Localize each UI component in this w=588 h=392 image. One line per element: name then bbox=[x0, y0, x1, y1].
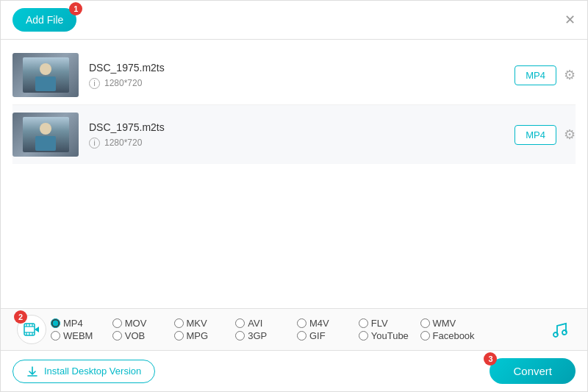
format-flv[interactable]: FLV bbox=[359, 318, 420, 329]
add-file-badge: 1 bbox=[69, 2, 82, 15]
file-name: DSC_1975.m2ts bbox=[89, 121, 514, 133]
format-bar: 2 MP4 MOV MKV AVI M4V FLV WM bbox=[1, 308, 587, 391]
file-resolution: 1280*720 bbox=[104, 138, 142, 148]
film-icon bbox=[24, 321, 40, 338]
file-list: DSC_1975.m2ts i 1280*720 MP4 ⚙ DSC_1975.… bbox=[1, 40, 587, 170]
add-file-button[interactable]: Add File 1 bbox=[12, 8, 76, 32]
format-gif[interactable]: GIF bbox=[297, 330, 359, 341]
file-info: DSC_1975.m2ts i 1280*720 bbox=[79, 62, 514, 89]
format-mov[interactable]: MOV bbox=[112, 318, 174, 329]
format-radio-grid: MP4 MOV MKV AVI M4V FLV WMV bbox=[51, 313, 543, 346]
footer-bar: Install Desktop Version 3 Convert bbox=[1, 351, 587, 391]
music-icon bbox=[550, 320, 569, 339]
file-resolution: 1280*720 bbox=[104, 78, 142, 88]
file-name: DSC_1975.m2ts bbox=[89, 62, 514, 74]
install-label: Install Desktop Version bbox=[44, 366, 141, 377]
format-icon-col: 2 bbox=[12, 309, 51, 350]
file-info: DSC_1975.m2ts i 1280*720 bbox=[79, 121, 514, 149]
convert-badge: 3 bbox=[484, 352, 497, 366]
add-file-label: Add File bbox=[26, 14, 63, 26]
format-options-row: 2 MP4 MOV MKV AVI M4V FLV WM bbox=[1, 309, 587, 351]
info-icon: i bbox=[89, 78, 100, 89]
format-avi[interactable]: AVI bbox=[235, 318, 297, 329]
file-item: DSC_1975.m2ts i 1280*720 MP4 ⚙ bbox=[12, 105, 576, 164]
header: Add File 1 ✕ bbox=[1, 1, 587, 40]
file-meta: i 1280*720 bbox=[89, 138, 514, 149]
file-actions: MP4 ⚙ bbox=[514, 125, 576, 145]
file-actions: MP4 ⚙ bbox=[514, 65, 576, 85]
format-m4v[interactable]: M4V bbox=[297, 318, 359, 329]
format-3gp[interactable]: 3GP bbox=[235, 330, 297, 341]
thumbnail bbox=[12, 53, 79, 97]
format-vob[interactable]: VOB bbox=[112, 330, 174, 341]
file-meta: i 1280*720 bbox=[89, 78, 514, 89]
format-mp4[interactable]: MP4 bbox=[51, 318, 112, 329]
download-icon bbox=[26, 366, 38, 377]
format-mkv[interactable]: MKV bbox=[174, 318, 236, 329]
format-youtube[interactable]: YouTube bbox=[359, 330, 420, 341]
format-facebook[interactable]: Facebook bbox=[420, 330, 482, 341]
format-webm[interactable]: WEBM bbox=[51, 330, 112, 341]
format-button[interactable]: MP4 bbox=[514, 65, 556, 85]
settings-button[interactable]: ⚙ bbox=[564, 126, 576, 143]
close-button[interactable]: ✕ bbox=[564, 13, 576, 26]
thumbnail bbox=[12, 113, 79, 157]
format-mpg[interactable]: MPG bbox=[174, 330, 236, 341]
settings-button[interactable]: ⚙ bbox=[564, 67, 576, 83]
close-icon: ✕ bbox=[564, 13, 576, 27]
convert-button[interactable]: 3 Convert bbox=[490, 358, 576, 384]
info-icon: i bbox=[89, 138, 100, 149]
music-icon-col[interactable] bbox=[543, 320, 576, 339]
format-badge: 2 bbox=[14, 310, 27, 324]
file-item: DSC_1975.m2ts i 1280*720 MP4 ⚙ bbox=[12, 46, 576, 105]
svg-marker-1 bbox=[35, 327, 39, 332]
format-button[interactable]: MP4 bbox=[514, 125, 556, 145]
install-button[interactable]: Install Desktop Version bbox=[12, 360, 155, 383]
format-wmv[interactable]: WMV bbox=[420, 318, 482, 329]
convert-label: Convert bbox=[513, 365, 552, 377]
